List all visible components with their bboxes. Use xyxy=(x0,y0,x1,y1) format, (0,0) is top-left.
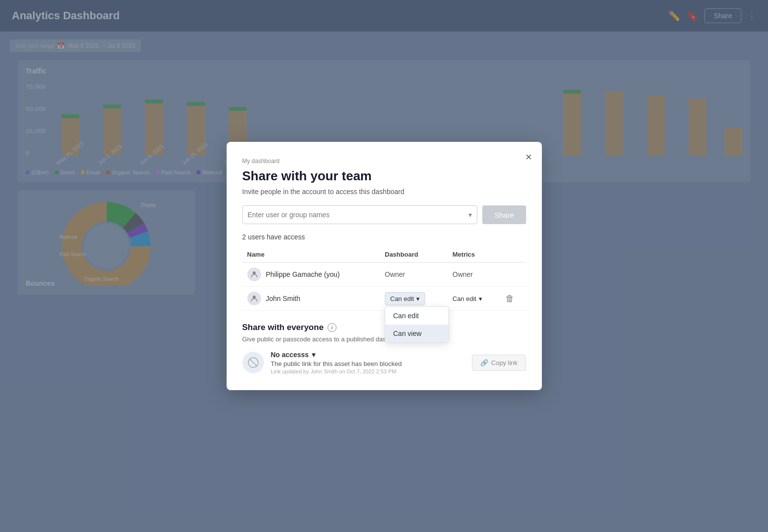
col-name: Name xyxy=(242,247,380,263)
user-cell: John Smith xyxy=(247,292,375,305)
table-row: Philippe Gamache (you) Owner Owner xyxy=(242,263,526,287)
no-access-meta: Link updated by John Smith on Oct 7, 202… xyxy=(271,368,466,374)
col-metrics: Metrics xyxy=(448,247,501,263)
modal-backdrop: × My dashboard Share with your team Invi… xyxy=(0,0,768,532)
link-icon: 🔗 xyxy=(480,359,488,366)
svg-point-36 xyxy=(253,271,256,274)
dashboard-permission-dropdown[interactable]: Can edit ▾ xyxy=(385,292,425,305)
access-table: Name Dashboard Metrics Philippe Gamache … xyxy=(242,247,526,311)
share-everyone-section: Share with everyone i Give public or pas… xyxy=(242,323,526,374)
user-avatar xyxy=(247,292,261,305)
col-dashboard: Dashboard xyxy=(380,247,448,263)
user-group-input[interactable] xyxy=(248,206,469,224)
info-icon: i xyxy=(328,323,336,332)
modal-title: Share with your team xyxy=(242,168,526,184)
blocked-icon xyxy=(242,352,264,373)
svg-point-37 xyxy=(253,296,256,299)
share-modal: × My dashboard Share with your team Invi… xyxy=(227,142,542,390)
dropdown-item-can-edit[interactable]: Can edit xyxy=(385,307,448,325)
chevron-down-icon: ▾ xyxy=(416,295,420,302)
users-count: 2 users have access xyxy=(242,233,526,241)
share-input-row: ▾ Share xyxy=(242,205,526,224)
user-cell: Philippe Gamache (you) xyxy=(247,267,375,281)
modal-breadcrumb: My dashboard xyxy=(242,158,526,165)
user-avatar xyxy=(247,267,261,281)
svg-line-39 xyxy=(249,359,257,366)
close-button[interactable]: × xyxy=(526,152,532,163)
chevron-down-icon: ▾ xyxy=(312,351,315,359)
permission-dropdown-menu: Can edit Can view xyxy=(385,306,449,343)
delete-user-button[interactable]: 🗑 xyxy=(505,294,514,304)
no-access-row: No accesss ▾ The public link for this as… xyxy=(242,351,526,374)
user-input-wrapper[interactable]: ▾ xyxy=(242,205,478,224)
user-name: John Smith xyxy=(266,295,301,302)
dashboard-permission: Owner xyxy=(385,270,405,278)
share-button[interactable]: Share xyxy=(482,205,526,224)
modal-subtitle: Invite people in the account to access t… xyxy=(242,188,526,196)
chevron-down-icon: ▾ xyxy=(479,295,482,302)
metrics-permission-dropdown[interactable]: Can edit ▾ xyxy=(453,295,482,302)
user-name: Philippe Gamache (you) xyxy=(266,270,340,278)
chevron-down-icon: ▾ xyxy=(468,211,472,219)
col-actions xyxy=(501,247,526,263)
copy-link-button[interactable]: 🔗 Copy link xyxy=(472,355,526,371)
table-row: John Smith Can edit ▾ Can edit xyxy=(242,287,526,311)
metrics-permission: Owner xyxy=(453,270,473,278)
share-everyone-title: Share with everyone i xyxy=(242,323,526,332)
no-access-desc: The public link for this asset has been … xyxy=(271,360,466,367)
no-access-title-row[interactable]: No accesss ▾ xyxy=(271,351,466,359)
dropdown-item-can-view[interactable]: Can view xyxy=(385,325,448,342)
no-access-info: No accesss ▾ The public link for this as… xyxy=(271,351,466,374)
share-everyone-desc: Give public or passcode access to a publ… xyxy=(242,335,526,343)
